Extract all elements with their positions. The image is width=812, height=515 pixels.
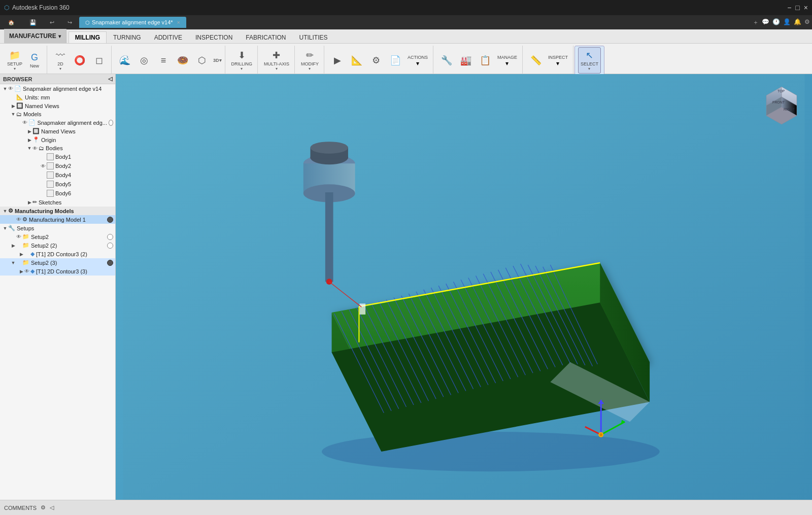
tree-item-models[interactable]: ▼ 🗂 Models [0,110,115,118]
tree-item-bodies[interactable]: ▼ 👁 🗂 Bodies [0,144,115,152]
machine-library-button[interactable]: 🏭 [457,47,475,74]
3d-parallel-button[interactable]: ≡ [154,47,173,74]
3d-adaptive-icon: 🌊 [119,55,130,66]
setup-label: SETUP [7,61,22,66]
tree-item-body6[interactable]: 👁 Body6 [0,189,115,198]
tree-item-setup2-3[interactable]: ▼ 👁 📁 Setup2 (3) [0,258,115,267]
3d-contour-button[interactable]: 🍩 [174,47,192,74]
panel-expand-icon[interactable]: ◁ [50,504,54,511]
machine-library-icon: 🏭 [460,55,471,66]
multiaxis-button[interactable]: ✚ MULTI-AXIS ▾ [262,47,291,74]
svg-rect-39 [359,303,365,315]
label-sketches: Sketches [39,199,113,205]
eye-body5[interactable]: 👁 [41,182,46,187]
measure-icon: 📏 [530,55,542,66]
tab-close-icon[interactable]: × [177,19,180,25]
tab-document[interactable]: ⬡ Snapmaker alignment edge v14* × [79,17,186,28]
eye-setup2[interactable]: 👁 [16,234,21,239]
eye-body6[interactable]: 👁 [41,191,46,196]
badge-setup2 [107,234,113,240]
3d-adaptive-button[interactable]: 🌊 [116,47,134,74]
tab-add-button[interactable]: ＋ 💬 🕐 👤 🔔 ⚙ [753,18,810,27]
tree-item-root[interactable]: ▼ 👁 📄 Snapmaker alignment edge v14 [0,84,115,93]
2d-adaptive-button[interactable]: 〰 2D ▾ [51,47,70,74]
viewport-canvas[interactable]: FRONT RIGHT TOP [116,74,812,500]
setup-button[interactable]: 📁 SETUP ▾ [5,47,24,74]
label-body6: Body6 [55,190,113,196]
tab-turning[interactable]: TURNING [107,31,148,43]
2d-contour-button[interactable]: ◻ [90,47,108,74]
3d-ramp-button[interactable]: ⬡ [193,47,211,74]
eye-bodies[interactable]: 👁 [32,146,38,151]
settings-icon[interactable]: ⚙ [804,18,810,27]
new-setup-button[interactable]: G New [25,47,44,74]
tree-item-sketches[interactable]: ▶ ✏ Sketches [0,198,115,207]
eye-setup2-2[interactable]: 👁 [16,243,21,248]
2d-pocket-button[interactable]: ⭕ [71,47,89,74]
icon-snapmaker: 📄 [28,119,36,126]
comments-settings-icon[interactable]: ⚙ [41,504,46,511]
tool-library-button[interactable]: 🔧 [437,47,456,74]
eye-contour3-2[interactable]: 👁 [24,251,29,257]
tree-item-body5[interactable]: 👁 Body5 [0,180,115,189]
tree-item-setup2-2[interactable]: ▶ 👁 📁 Setup2 (2) [0,241,115,250]
tree-item-origin[interactable]: ▶ 📍 Origin [0,135,115,144]
window-controls[interactable]: − □ × [787,4,808,12]
eye-root[interactable]: 👁 [8,86,13,91]
measure-button[interactable]: 📏 [527,47,545,74]
simulate-button[interactable]: ▶ [328,47,347,74]
eye-mfr-model1[interactable]: 👁 [16,217,21,222]
tree-item-mfr-models[interactable]: ▼ ⚙ Manufacturing Models [0,207,115,215]
tree-item-body4[interactable]: 👁 Body4 [0,170,115,180]
eye-body1[interactable]: 👁 [41,154,46,160]
tree-item-body2[interactable]: 👁 Body2 [0,161,115,170]
drilling-button[interactable]: ⬇ DRILLING ▾ [229,47,255,74]
tree-item-namedviews[interactable]: ▶ 🔲 Named Views [0,101,115,110]
eye-contour3-3[interactable]: 👁 [24,268,29,274]
tree-item-mfr-model1[interactable]: 👁 ⚙ Manufacturing Model 1 [0,215,115,224]
chat-icon[interactable]: 💬 [762,18,769,27]
eye-body4[interactable]: 👁 [41,173,46,178]
tree-item-snapmaker[interactable]: 👁 📄 Snapmaker alignment edg... [0,118,115,127]
person-icon[interactable]: 👤 [783,18,791,27]
tree-item-setup2[interactable]: 👁 📁 Setup2 [0,232,115,241]
viewport[interactable]: FRONT RIGHT TOP [116,74,812,500]
tab-utilities[interactable]: UTILITIES [292,31,334,43]
manufacture-dropdown[interactable]: MANUFACTURE ▾ [4,29,66,43]
tree-item-contour3-2[interactable]: ▶ 👁 ◆ [T1] 2D Contour3 (2) [0,250,115,258]
close-button[interactable]: × [804,4,808,12]
nc-program-button[interactable]: 📄 [386,47,404,74]
manufacture-arrow: ▾ [58,33,61,39]
add-tab-icon[interactable]: ＋ [753,18,759,27]
post-process-button[interactable]: ⚙ [367,47,385,74]
tree-item-units[interactable]: 📐 Units: mm [0,93,115,101]
svg-text:RIGHT: RIGHT [784,108,795,111]
tab-milling[interactable]: MILLING [69,31,107,43]
notification-icon[interactable]: 🔔 [794,18,801,27]
history-icon[interactable]: 🕐 [772,18,780,27]
tab-redo[interactable]: ↪ [61,17,78,28]
label-contour3-2: [T1] 2D Contour3 (2) [36,251,113,257]
3d-pocket-button[interactable]: ◎ [135,47,153,74]
tab-inspection[interactable]: INSPECTION [189,31,239,43]
tab-home[interactable]: 🏠 [2,17,22,28]
tab-quick-save[interactable]: 💾 [23,17,43,28]
eye-body2[interactable]: 👁 [41,163,46,169]
tree-item-contour3-3[interactable]: ▶ 👁 ◆ [T1] 2D Contour3 (3) [0,267,115,276]
browser-toggle[interactable]: ◁ [108,76,112,82]
toolpath-button[interactable]: 📐 [348,47,366,74]
viewcube[interactable]: FRONT RIGHT TOP [761,84,802,125]
eye-setup2-3[interactable]: 👁 [16,260,21,265]
modify-button[interactable]: ✏ MODIFY ▾ [299,47,321,74]
tab-undo[interactable]: ↩ [44,17,60,28]
maximize-button[interactable]: □ [795,4,799,12]
post-library-button[interactable]: 📋 [476,47,494,74]
tab-additive[interactable]: ADDITIVE [148,31,189,43]
tab-fabrication[interactable]: FABRICATION [239,31,292,43]
tree-item-setups[interactable]: ▼ 🔧 Setups [0,224,115,232]
select-button[interactable]: ↖ SELECT ▾ [578,47,601,74]
eye-snapmaker[interactable]: 👁 [22,120,27,125]
minimize-button[interactable]: − [787,4,791,12]
tree-item-named-views2[interactable]: ▶ 🔲 Named Views [0,127,115,135]
tree-item-body1[interactable]: 👁 Body1 [0,152,115,161]
